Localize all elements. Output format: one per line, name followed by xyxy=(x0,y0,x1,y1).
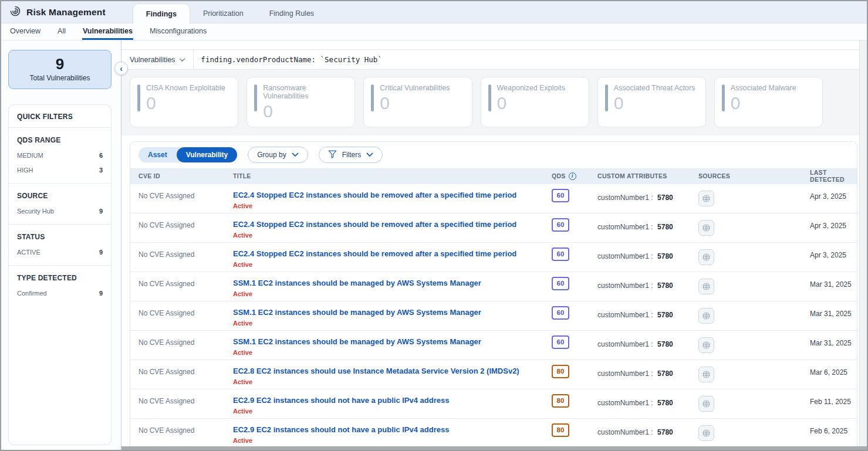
row-title-link[interactable]: SSM.1 EC2 instances should be managed by… xyxy=(233,308,481,317)
quick-filter-item-label: HIGH xyxy=(17,167,33,174)
row-custom-attributes: customNumber1 : 5780 xyxy=(594,331,695,348)
source-globe-icon[interactable] xyxy=(698,367,714,382)
quick-filter-item[interactable]: HIGH3 xyxy=(17,167,103,174)
brand: Risk Management xyxy=(9,1,133,23)
subnav: Overview All Vulnerabilities Misconfigur… xyxy=(1,23,867,40)
body: 9 Total Vulnerabilities QUICK FILTERS QD… xyxy=(1,40,867,450)
column-header-last-detected: LAST DETECTED xyxy=(806,169,857,183)
row-status-badge: Active xyxy=(233,320,548,327)
main-tab[interactable]: Prioritization xyxy=(190,4,256,23)
custom-attribute-key: customNumber1 : xyxy=(597,282,653,290)
sidebar-collapse-button[interactable]: ‹ xyxy=(114,62,128,75)
source-globe-icon[interactable] xyxy=(698,191,714,206)
row-title-link[interactable]: EC2.4 Stopped EC2 instances should be re… xyxy=(233,249,516,258)
vertical-scrollbar[interactable] xyxy=(859,40,867,446)
quick-filter-section: STATUSACTIVE9 xyxy=(9,225,111,266)
subnav-item[interactable]: Vulnerabilities xyxy=(82,23,133,40)
row-custom-attributes: customNumber1 : 5780 xyxy=(594,272,695,290)
row-title-link[interactable]: EC2.4 Stopped EC2 instances should be re… xyxy=(233,220,516,229)
column-header-custom-attributes: CUSTOM ATTRIBUTES xyxy=(594,172,695,179)
chevron-left-icon: ‹ xyxy=(120,65,123,73)
stat-card[interactable]: Associated Threat Actors 0 xyxy=(597,77,706,127)
table-row: No CVE Assigned EC2.4 Stopped EC2 instan… xyxy=(130,184,857,213)
stat-card-label: Associated Malware xyxy=(731,84,796,92)
topbar: Risk Management Findings Prioritization … xyxy=(1,1,867,23)
row-last-detected: Mar 31, 2025 xyxy=(806,272,857,289)
row-custom-attributes: customNumber1 : 5780 xyxy=(594,360,695,378)
qds-score-badge: 60 xyxy=(552,218,569,232)
qds-score-badge: 80 xyxy=(552,423,569,437)
custom-attribute-value: 5780 xyxy=(657,252,673,260)
horizontal-scrollbar[interactable] xyxy=(121,446,867,450)
table-row: No CVE Assigned EC2.4 Stopped EC2 instan… xyxy=(130,213,857,243)
stat-accent-bar xyxy=(605,84,608,111)
row-cve-id: No CVE Assigned xyxy=(135,184,229,200)
qds-info-icon[interactable]: i xyxy=(569,172,576,180)
search-query-input[interactable]: finding.vendorProductName: `Security Hub… xyxy=(201,55,859,64)
quick-filter-item[interactable]: MEDIUM6 xyxy=(17,152,103,159)
quick-filter-item-count: 6 xyxy=(99,152,103,159)
row-cve-id: No CVE Assigned xyxy=(135,389,229,405)
row-title-link[interactable]: EC2.9 EC2 instances should not have a pu… xyxy=(233,396,449,405)
stat-card[interactable]: Weaponized Exploits 0 xyxy=(481,77,589,127)
chevron-down-icon xyxy=(179,56,185,64)
row-custom-attributes: customNumber1 : 5780 xyxy=(594,419,695,436)
quick-filter-item[interactable]: Security Hub9 xyxy=(17,208,103,215)
stat-card[interactable]: Critical Vulnerabilities 0 xyxy=(363,77,472,127)
total-vulnerabilities-card[interactable]: 9 Total Vulnerabilities xyxy=(8,50,112,89)
custom-attribute-value: 5780 xyxy=(657,340,673,348)
row-status-badge: Active xyxy=(233,437,548,444)
quick-filters-title: QUICK FILTERS xyxy=(9,105,111,128)
row-custom-attributes: customNumber1 : 5780 xyxy=(594,184,695,202)
subnav-item[interactable]: Misconfigurations xyxy=(149,23,207,40)
source-globe-icon[interactable] xyxy=(698,308,714,324)
row-status-badge: Active xyxy=(233,349,548,356)
quick-filter-item[interactable]: ACTIVE9 xyxy=(17,249,103,256)
search-scope-dropdown[interactable]: Vulnerabilities xyxy=(130,56,193,64)
row-status-badge: Active xyxy=(233,202,548,209)
row-title-link[interactable]: SSM.1 EC2 instances should be managed by… xyxy=(233,337,481,346)
row-title-link[interactable]: SSM.1 EC2 instances should be managed by… xyxy=(233,279,481,287)
source-globe-icon[interactable] xyxy=(698,220,714,236)
main-tabs: Findings Prioritization Finding Rules xyxy=(133,1,327,23)
column-header-title: TITLE xyxy=(229,172,548,179)
custom-attribute-key: customNumber1 : xyxy=(597,223,653,231)
table-row: No CVE Assigned EC2.4 Stopped EC2 instan… xyxy=(130,243,857,272)
view-toggle-segment[interactable]: Asset xyxy=(139,147,177,162)
view-toggle: Asset Vulnerability xyxy=(139,147,237,162)
source-globe-icon[interactable] xyxy=(698,396,714,412)
qds-score-badge: 80 xyxy=(552,365,569,378)
source-globe-icon[interactable] xyxy=(698,425,714,441)
row-cve-id: No CVE Assigned xyxy=(135,360,229,376)
main-tab[interactable]: Finding Rules xyxy=(256,4,327,23)
custom-attribute-value: 5780 xyxy=(657,428,673,436)
filters-button[interactable]: Filters xyxy=(319,147,383,163)
stat-card[interactable]: Associated Malware 0 xyxy=(714,77,823,127)
row-title-link[interactable]: EC2.9 EC2 instances should not have a pu… xyxy=(233,425,449,434)
stat-card-label: CISA Known Exploitable xyxy=(146,84,225,92)
search-bar: Vulnerabilities finding.vendorProductNam… xyxy=(121,49,859,70)
source-globe-icon[interactable] xyxy=(698,279,714,294)
quick-filter-section-title: QDS RANGE xyxy=(17,136,103,144)
row-last-detected: Apr 3, 2025 xyxy=(806,243,857,259)
custom-attribute-value: 5780 xyxy=(657,399,673,407)
custom-attribute-key: customNumber1 : xyxy=(597,340,653,348)
funnel-icon xyxy=(328,150,337,160)
row-title-link[interactable]: EC2.8 EC2 instances should use Instance … xyxy=(233,367,519,375)
main-tab[interactable]: Findings xyxy=(133,4,190,23)
stat-card[interactable]: CISA Known Exploitable 0 xyxy=(130,77,238,127)
quick-filter-item-count: 9 xyxy=(99,208,103,215)
row-custom-attributes: customNumber1 : 5780 xyxy=(594,243,695,260)
stat-card[interactable]: Ransomware Vulnerabilities 0 xyxy=(246,77,355,127)
source-globe-icon[interactable] xyxy=(698,337,714,353)
search-scope-label: Vulnerabilities xyxy=(130,56,175,64)
subnav-item[interactable]: Overview xyxy=(9,23,41,40)
row-title-link[interactable]: EC2.4 Stopped EC2 instances should be re… xyxy=(233,191,516,199)
main-content: Vulnerabilities finding.vendorProductNam… xyxy=(121,40,867,450)
source-globe-icon[interactable] xyxy=(698,249,714,265)
quick-filter-item[interactable]: Confirmed9 xyxy=(17,290,103,297)
view-toggle-segment[interactable]: Vulnerability xyxy=(177,147,238,162)
group-by-button[interactable]: Group by xyxy=(248,147,308,163)
quick-filters-panel: QUICK FILTERS QDS RANGEMEDIUM6HIGH3SOURC… xyxy=(8,104,112,445)
subnav-item[interactable]: All xyxy=(57,23,66,40)
